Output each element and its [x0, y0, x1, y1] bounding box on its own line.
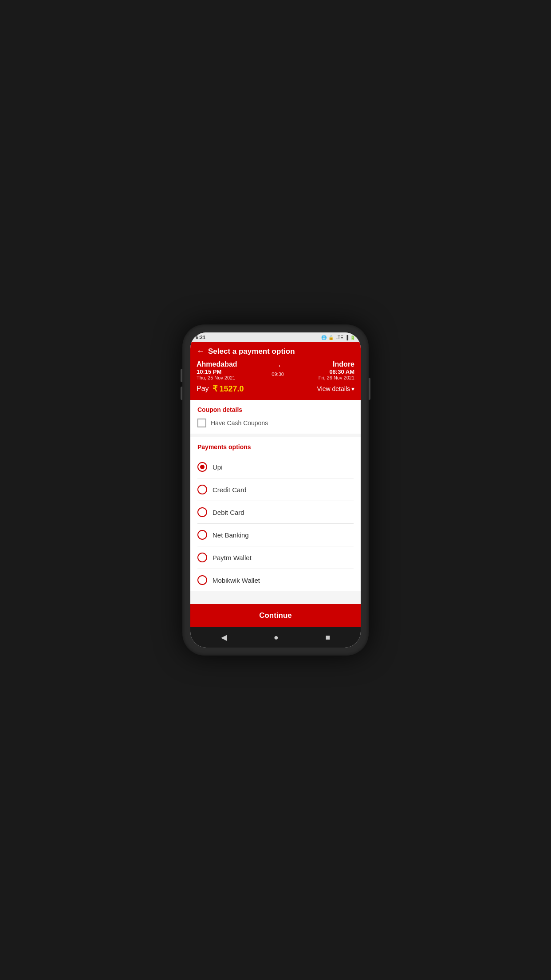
payment-label-net-banking: Net Banking: [213, 531, 249, 539]
status-bar: 6:21 🌐 🔒 LTE ▐ 🔋: [190, 332, 361, 342]
payment-option-net-banking[interactable]: Net Banking: [197, 524, 354, 546]
from-date: Thu, 25 Nov 2021: [197, 375, 237, 380]
to-time: 08:30 AM: [319, 368, 354, 375]
payment-label-mobikwik-wallet: Mobikwik Wallet: [213, 577, 260, 584]
nav-recent-button[interactable]: ■: [318, 631, 337, 644]
signal-icon: ▐: [345, 335, 348, 340]
radio-debit-card[interactable]: [197, 507, 207, 517]
view-details-label: View details: [317, 385, 350, 392]
bottom-nav: ◀ ● ■: [190, 627, 361, 648]
pay-label: Pay: [197, 385, 209, 393]
from-time: 10:15 PM: [197, 368, 237, 375]
journey-row: Ahmedabad 10:15 PM Thu, 25 Nov 2021 → 09…: [197, 360, 354, 380]
coupon-row[interactable]: Have Cash Coupons: [197, 419, 354, 427]
nav-back-button[interactable]: ◀: [214, 631, 234, 644]
pay-amount: ₹ 1527.0: [213, 384, 244, 394]
to-city: Indore: [319, 360, 354, 368]
payment-option-upi[interactable]: Upi: [197, 456, 354, 478]
battery-icon: 🔋: [350, 335, 355, 340]
globe-icon: 🌐: [321, 335, 327, 340]
payment-label-debit-card: Debit Card: [213, 509, 244, 516]
journey-middle: → 09:30: [272, 360, 284, 377]
header-title-row: ← Select a payment option: [197, 347, 354, 356]
from-city: Ahmedabad: [197, 360, 237, 368]
journey-arrow-icon: →: [274, 361, 282, 371]
journey-to: Indore 08:30 AM Fri, 26 Nov 2021: [319, 360, 354, 380]
network-label: LTE: [335, 335, 343, 340]
payments-section-title: Payments options: [197, 443, 354, 450]
radio-net-banking[interactable]: [197, 530, 207, 540]
payment-option-paytm-wallet[interactable]: Paytm Wallet: [197, 546, 354, 569]
status-time: 6:21: [196, 335, 205, 340]
continue-button[interactable]: Continue: [190, 604, 361, 627]
payment-options-section: Payments options Upi Credit Card: [190, 437, 361, 591]
coupon-label: Have Cash Coupons: [211, 419, 268, 427]
header: ← Select a payment option Ahmedabad 10:1…: [190, 342, 361, 400]
nav-home-button[interactable]: ●: [267, 631, 286, 644]
journey-duration: 09:30: [272, 371, 284, 377]
payment-option-credit-card[interactable]: Credit Card: [197, 478, 354, 501]
payment-option-mobikwik-wallet[interactable]: Mobikwik Wallet: [197, 569, 354, 591]
vol-up-button: [181, 369, 182, 382]
back-button[interactable]: ←: [197, 347, 205, 356]
payment-option-debit-card[interactable]: Debit Card: [197, 501, 354, 524]
power-button: [369, 378, 370, 400]
radio-credit-card[interactable]: [197, 485, 207, 494]
lock-icon: 🔒: [328, 335, 334, 340]
status-icons: 🌐 🔒 LTE ▐ 🔋: [321, 335, 355, 340]
phone-screen: 6:21 🌐 🔒 LTE ▐ 🔋 ← Select a payment opti…: [190, 332, 361, 648]
radio-upi[interactable]: [197, 462, 207, 472]
view-details-button[interactable]: View details ▾: [317, 385, 354, 392]
payment-label-paytm-wallet: Paytm Wallet: [213, 554, 252, 561]
page-title: Select a payment option: [208, 347, 295, 356]
coupon-section-title: Coupon details: [197, 406, 354, 413]
coupon-section: Coupon details Have Cash Coupons: [190, 400, 361, 434]
to-date: Fri, 26 Nov 2021: [319, 375, 354, 380]
phone-shell: 6:21 🌐 🔒 LTE ▐ 🔋 ← Select a payment opti…: [182, 324, 369, 656]
pay-row: Pay ₹ 1527.0 View details ▾: [197, 384, 354, 394]
radio-mobikwik-wallet[interactable]: [197, 575, 207, 585]
payment-label-upi: Upi: [213, 463, 223, 471]
radio-paytm-wallet[interactable]: [197, 553, 207, 562]
chevron-down-icon: ▾: [351, 385, 354, 392]
content-area: Coupon details Have Cash Coupons Payment…: [190, 400, 361, 604]
journey-from: Ahmedabad 10:15 PM Thu, 25 Nov 2021: [197, 360, 237, 380]
payment-label-credit-card: Credit Card: [213, 486, 247, 494]
coupon-checkbox[interactable]: [197, 419, 206, 427]
radio-upi-inner: [200, 465, 205, 469]
vol-down-button: [181, 387, 182, 400]
